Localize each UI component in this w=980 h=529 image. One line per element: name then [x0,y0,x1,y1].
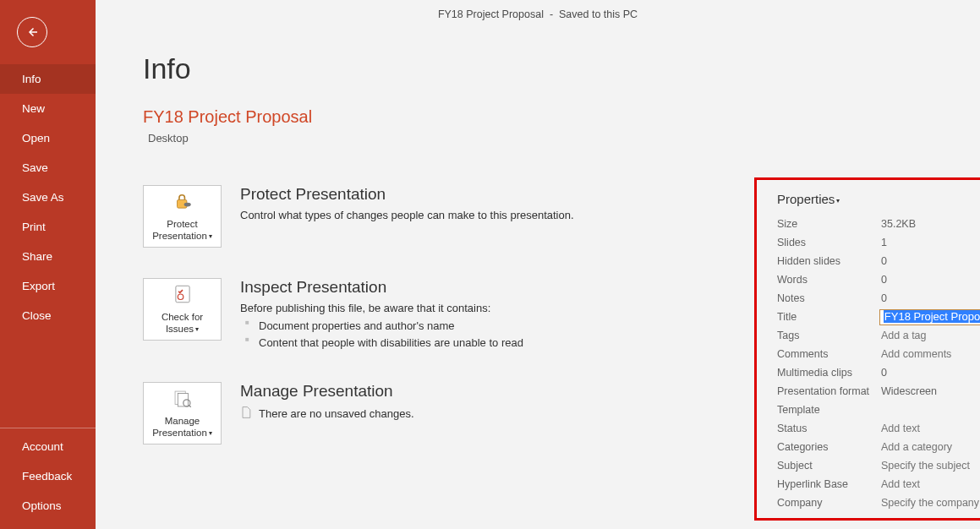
window-title: FY18 Project Proposal - Saved to this PC [96,8,980,20]
page-title: Info [143,52,667,85]
property-row: CommentsAdd comments [777,345,980,363]
property-value: 0 [881,274,887,286]
property-value[interactable]: Add text [881,423,920,434]
back-arrow-icon [25,25,40,40]
property-label: Size [777,218,881,230]
sidebar-item-account[interactable]: Account [0,432,96,461]
property-row: Notes0 [777,289,980,308]
property-row: CompanySpecify the company [777,494,980,512]
svg-rect-2 [175,286,189,303]
property-row: SubjectSpecify the subject [777,456,980,475]
property-value[interactable]: Specify the subject [881,460,970,472]
sidebar-item-options[interactable]: Options [0,491,96,521]
title-input[interactable]: FY18 Project Proposal [879,309,980,325]
property-label: Status [777,423,881,434]
sidebar-item-new[interactable]: New [0,94,96,123]
inspect-issue-list: Document properties and author's nameCon… [240,318,523,352]
manage-section: ManagePresentation▾ Manage Presentation … [143,382,667,444]
manage-desc: There are no unsaved changes. [259,407,414,420]
property-value[interactable]: Add comments [881,348,951,360]
manage-document-icon [172,388,194,413]
property-label: Tags [777,330,881,341]
sidebar-item-feedback[interactable]: Feedback [0,461,96,491]
properties-panel: Properties▾ Size35.2KBSlides1Hidden slid… [754,177,980,521]
property-value: Widescreen [881,385,937,397]
protect-desc: Control what types of changes people can… [240,209,574,221]
chevron-down-icon: ▾ [209,429,212,437]
file-icon [240,406,252,422]
property-row: TitleFY18 Project Proposal [777,308,980,326]
property-row: Template [777,401,980,419]
sidebar-item-save[interactable]: Save [0,153,96,183]
chevron-down-icon: ▾ [209,232,212,240]
svg-point-1 [183,203,190,207]
property-row: Presentation formatWidescreen [777,382,980,401]
property-row: Hyperlink BaseAdd text [777,475,980,494]
property-row: CategoriesAdd a category [777,438,980,456]
inspect-section: Check forIssues▾ Inspect Presentation Be… [143,278,667,352]
inspect-desc: Before publishing this file, be aware th… [240,302,523,314]
inspect-issue-item: Document properties and author's name [240,318,523,335]
sidebar-item-export[interactable]: Export [0,271,96,301]
file-name-heading: FY18 Project Proposal [143,107,667,127]
manage-presentation-button[interactable]: ManagePresentation▾ [143,382,222,444]
sidebar-item-print[interactable]: Print [0,212,96,242]
property-label: Words [777,274,881,286]
sidebar-item-info[interactable]: Info [0,64,96,94]
sidebar-item-open[interactable]: Open [0,123,96,153]
inspect-heading: Inspect Presentation [240,278,523,297]
property-value: 0 [881,292,887,304]
chevron-down-icon: ▾ [836,197,840,205]
sidebar-item-save-as[interactable]: Save As [0,183,96,212]
sidebar-item-share[interactable]: Share [0,242,96,271]
property-value[interactable]: Add a tag [881,330,927,341]
protect-heading: Protect Presentation [240,185,574,204]
backstage-sidebar: InfoNewOpenSaveSave AsPrintShareExportCl… [0,0,96,529]
property-label: Notes [777,292,881,304]
property-value[interactable]: Add a category [881,441,952,453]
property-label: Multimedia clips [777,367,881,379]
property-label: Hyperlink Base [777,478,881,490]
property-value: 0 [881,255,887,267]
property-value[interactable]: Specify the company [881,497,979,509]
properties-table: Size35.2KBSlides1Hidden slides0Words0Not… [777,215,980,512]
properties-dropdown[interactable]: Properties▾ [777,192,980,206]
property-value[interactable]: Add text [881,478,920,490]
lock-icon [171,190,194,215]
protect-section: ProtectPresentation▾ Protect Presentatio… [143,185,667,248]
inspect-issue-item: Content that people with disabilities ar… [240,335,523,352]
property-label: Categories [777,441,881,453]
property-label: Hidden slides [777,255,881,267]
back-button[interactable] [17,17,47,47]
protect-presentation-button[interactable]: ProtectPresentation▾ [143,185,222,248]
property-row: Size35.2KB [777,215,980,233]
check-for-issues-button[interactable]: Check forIssues▾ [143,278,222,341]
property-label: Subject [777,460,881,472]
manage-heading: Manage Presentation [240,382,414,401]
file-location[interactable]: Desktop [148,132,667,145]
property-row: Multimedia clips0 [777,363,980,382]
property-label: Company [777,497,881,509]
property-row: StatusAdd text [777,419,980,438]
sidebar-separator [0,428,96,428]
property-label: Comments [777,348,881,360]
property-value: 0 [881,367,887,379]
property-row: TagsAdd a tag [777,326,980,345]
property-value: 35.2KB [881,218,916,230]
property-label: Title [777,311,879,323]
property-value: 1 [881,237,887,248]
sidebar-item-close[interactable]: Close [0,301,96,330]
chevron-down-icon: ▾ [195,325,199,333]
checklist-icon [172,283,194,308]
property-label: Slides [777,237,881,248]
property-row: Words0 [777,270,980,289]
main-area: FY18 Project Proposal - Saved to this PC… [96,0,980,529]
property-label: Presentation format [777,385,881,397]
property-row: Hidden slides0 [777,252,980,270]
property-row: Slides1 [777,233,980,252]
property-label: Template [777,404,881,416]
